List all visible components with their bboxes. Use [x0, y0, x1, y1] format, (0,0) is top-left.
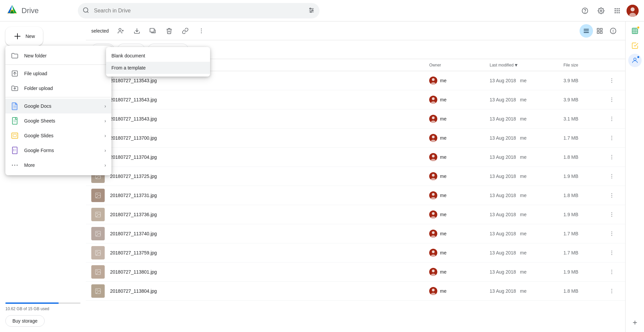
- file-more-button[interactable]: [606, 113, 618, 125]
- owner-name: me: [440, 97, 446, 102]
- file-name-text: 20180727_113759.jpg: [110, 250, 157, 255]
- dropdown-item-file-upload[interactable]: File upload: [5, 66, 111, 81]
- google-slides-icon: [11, 132, 19, 140]
- file-name-text: 20180727_113543.jpg: [110, 97, 157, 102]
- file-more-button[interactable]: [606, 151, 618, 163]
- dropdown-item-google-slides[interactable]: Google Slides ›: [5, 128, 111, 143]
- download-button[interactable]: [130, 24, 144, 38]
- file-size-text: 1.8 MB: [563, 288, 578, 294]
- tasks-app-icon[interactable]: [628, 39, 642, 52]
- file-more-button[interactable]: [606, 75, 618, 87]
- svg-rect-22: [615, 10, 616, 11]
- table-row[interactable]: 20180727_113543.jpg me 13 Aug 2018 me 3.…: [86, 90, 625, 109]
- svg-point-146: [611, 254, 612, 255]
- apps-button[interactable]: [610, 4, 624, 17]
- col-header-modified[interactable]: Last modified ▾: [490, 62, 563, 68]
- search-filter-icon[interactable]: [308, 7, 315, 14]
- image-icon: [95, 288, 101, 294]
- dropdown-item-google-docs[interactable]: Google Docs ›: [5, 99, 111, 113]
- table-row[interactable]: 20180727_113759.jpg me 13 Aug 2018 me 1.…: [86, 243, 625, 263]
- search-input[interactable]: [78, 3, 319, 18]
- table-row[interactable]: 20180727_113543.jpg me 13 Aug 2018 me 3.…: [86, 109, 625, 129]
- svg-point-90: [611, 120, 612, 121]
- actions-cell: [604, 247, 620, 259]
- add-app-button[interactable]: [628, 316, 642, 329]
- details-view-button[interactable]: [606, 24, 620, 38]
- buy-storage-button[interactable]: Buy storage: [5, 315, 45, 327]
- file-size-text: 3.1 MB: [563, 116, 578, 122]
- dropdown-item-google-sheets[interactable]: Google Sheets ›: [5, 113, 111, 128]
- dropdown-item-folder-upload[interactable]: Folder upload: [5, 81, 111, 96]
- owner-cell: me: [429, 172, 490, 180]
- table-row[interactable]: 20180727_113801.jpg me 13 Aug 2018 me 1.…: [86, 263, 625, 282]
- file-rows-container: 20180727_113543.jpg me 13 Aug 2018 me 3.…: [86, 71, 625, 301]
- file-name-text: 20180727_113801.jpg: [110, 269, 157, 275]
- svg-point-97: [611, 138, 612, 138]
- actions-cell: [604, 113, 620, 125]
- new-button[interactable]: New: [5, 27, 43, 46]
- file-upload-icon: [11, 69, 19, 78]
- file-more-button[interactable]: [606, 208, 618, 221]
- modified-date: 13 Aug 2018: [490, 135, 516, 141]
- dropdown-item-google-forms[interactable]: Google Forms ›: [5, 143, 111, 158]
- modified-by: me: [520, 231, 527, 236]
- google-sheets-arrow-icon: ›: [104, 118, 106, 124]
- table-row[interactable]: 20180727_113725.jpg me 13 Aug 2018 me 1.…: [86, 167, 625, 186]
- modified-date: 13 Aug 2018: [490, 78, 516, 83]
- sheets-app-icon[interactable]: [628, 24, 642, 38]
- submenu-from-template[interactable]: From a template: [106, 62, 210, 74]
- file-more-button[interactable]: [606, 132, 618, 144]
- table-row[interactable]: 20180727_113804.jpg me 13 Aug 2018 me 1.…: [86, 282, 625, 301]
- file-name-cell: 20180727_113725.jpg: [91, 170, 429, 183]
- svg-point-80: [611, 98, 612, 98]
- submenu-blank-document[interactable]: Blank document: [106, 50, 210, 62]
- link-button[interactable]: [179, 24, 192, 38]
- table-row[interactable]: 20180727_113740.jpg me 13 Aug 2018 me 1.…: [86, 224, 625, 243]
- dropdown-item-new-folder[interactable]: New folder: [5, 48, 111, 63]
- svg-point-82: [611, 101, 612, 102]
- file-more-button[interactable]: [606, 189, 618, 201]
- owner-name: me: [440, 288, 446, 294]
- user-avatar[interactable]: [627, 5, 639, 17]
- owner-name: me: [440, 269, 446, 275]
- google-sheets-label: Google Sheets: [24, 118, 55, 124]
- table-row[interactable]: 20180727_113731.jpg me 13 Aug 2018 me 1.…: [86, 186, 625, 205]
- add-people-button[interactable]: [114, 24, 128, 38]
- file-more-button[interactable]: [606, 94, 618, 106]
- dropdown-item-more[interactable]: More ›: [5, 158, 111, 173]
- modified-cell: 13 Aug 2018 me: [490, 288, 563, 294]
- table-row[interactable]: 20180727_113736.jpg me 13 Aug 2018 me 1.…: [86, 205, 625, 224]
- list-view-button[interactable]: [580, 24, 593, 38]
- table-row[interactable]: 20180727_113700.jpg me 13 Aug 2018 me 1.…: [86, 129, 625, 148]
- header: Drive: [0, 0, 644, 21]
- modified-cell: 13 Aug 2018 me: [490, 212, 563, 217]
- help-button[interactable]: [578, 4, 592, 17]
- grid-view-button[interactable]: [593, 24, 606, 38]
- file-more-button[interactable]: [606, 285, 618, 297]
- file-more-button[interactable]: [606, 228, 618, 240]
- more-actions-button[interactable]: [195, 24, 208, 38]
- file-more-button[interactable]: [606, 247, 618, 259]
- file-name-text: 20180727_113804.jpg: [110, 288, 157, 294]
- toolbar: selected: [86, 21, 625, 40]
- move-to-button[interactable]: [146, 24, 160, 38]
- file-more-button[interactable]: [606, 170, 618, 182]
- modified-date: 13 Aug 2018: [490, 288, 516, 294]
- contacts-notification-dot: [637, 56, 640, 58]
- delete-button[interactable]: [162, 24, 176, 38]
- svg-point-140: [97, 251, 98, 252]
- sort-down-icon: ▾: [515, 62, 517, 68]
- new-dropdown: New folder File upload Folder upload Goo…: [5, 46, 111, 175]
- svg-point-46: [12, 165, 13, 166]
- file-table: Name ↑ Owner Last modified ▾ File size: [86, 59, 625, 332]
- col-header-owner: Owner: [429, 63, 490, 67]
- file-more-button[interactable]: [606, 266, 618, 278]
- contacts-app-icon[interactable]: [628, 54, 642, 67]
- modified-date: 13 Aug 2018: [490, 174, 516, 179]
- owner-name: me: [440, 193, 446, 198]
- svg-point-55: [201, 30, 202, 31]
- settings-button[interactable]: [594, 4, 608, 17]
- svg-point-113: [611, 176, 612, 177]
- table-row[interactable]: 20180727_113704.jpg me 13 Aug 2018 me 1.…: [86, 148, 625, 167]
- google-docs-label: Google Docs: [24, 103, 51, 109]
